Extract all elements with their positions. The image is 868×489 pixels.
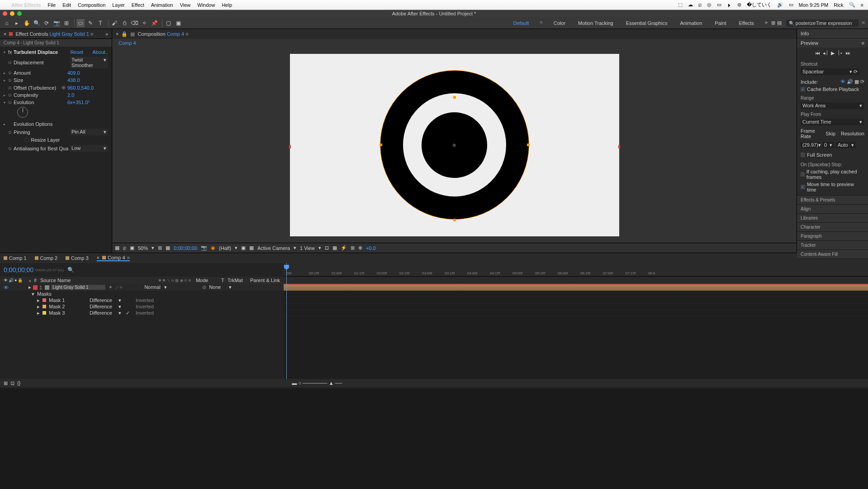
audio-include-icon[interactable]: 🔊: [847, 79, 853, 85]
timeline-tab-3[interactable]: Comp 3: [66, 255, 89, 261]
workspace-default[interactable]: Default: [511, 19, 531, 27]
workspace-paint[interactable]: Paint: [713, 19, 728, 27]
help-search[interactable]: 🔍 posterizeTime expression: [786, 19, 859, 27]
loop-icon[interactable]: ⟳: [860, 79, 864, 85]
minimize-icon[interactable]: [10, 11, 14, 16]
range-dropdown[interactable]: Work Area▾: [801, 102, 864, 109]
timeline-tab-1[interactable]: Comp 1: [4, 255, 27, 261]
time-display[interactable]: 0;00;00;00: [174, 245, 197, 251]
display-icon[interactable]: ▭: [717, 2, 721, 8]
comp-breadcrumb[interactable]: Comp 4: [119, 40, 136, 46]
brush-tool-icon[interactable]: 🖌: [110, 19, 119, 27]
alpha-icon[interactable]: ▦: [115, 245, 119, 251]
info-panel-header[interactable]: Info: [797, 29, 868, 38]
playfrom-dropdown[interactable]: Current Time▾: [801, 119, 864, 125]
tracker-header[interactable]: Tracker: [797, 241, 868, 249]
home-icon[interactable]: ⌂: [3, 19, 11, 27]
pan-behind-tool-icon[interactable]: ⊞: [62, 19, 71, 27]
3d-icon[interactable]: ⊡: [325, 245, 329, 251]
grid-icon[interactable]: ⊞: [771, 20, 775, 26]
playhead[interactable]: [286, 263, 287, 379]
eraser-tool-icon[interactable]: ⌫: [130, 19, 138, 27]
toggle-inout-icon[interactable]: {}: [17, 380, 20, 386]
resolution-dropdown[interactable]: (Half): [219, 245, 231, 251]
complexity-value[interactable]: 2.0: [67, 92, 108, 98]
pen-tool-icon[interactable]: ✎: [86, 19, 95, 27]
mask-inverted[interactable]: Inverted: [136, 310, 154, 316]
menu-help[interactable]: Help: [222, 2, 232, 8]
guide-icon[interactable]: ▦: [166, 245, 170, 251]
zoom-value[interactable]: 50%: [138, 245, 148, 251]
libraries-header[interactable]: Libraries: [797, 214, 868, 222]
workspace-animation[interactable]: Animation: [678, 19, 704, 27]
displacement-dropdown[interactable]: Twist Smoother▾: [70, 57, 108, 68]
composition-tab[interactable]: Composition Comp 4 ≡: [138, 31, 188, 37]
clock[interactable]: Mon 9:25 PM: [799, 2, 828, 8]
current-time[interactable]: 0;00;00;00: [4, 266, 33, 273]
layer-duration-bar[interactable]: [284, 284, 868, 291]
timeline-search-icon[interactable]: 🔍: [67, 267, 74, 273]
menu-layer[interactable]: Layer: [112, 2, 125, 8]
preview-panel-header[interactable]: Preview≡: [797, 38, 868, 48]
grid-toggle-icon[interactable]: ⊞: [158, 245, 162, 251]
exposure-value[interactable]: +0.0: [366, 245, 376, 251]
overlay-include-icon[interactable]: ▦: [854, 79, 859, 85]
timeline-tab-4[interactable]: ×Comp 4 ≡: [97, 255, 130, 261]
next-frame-icon[interactable]: ⏐▸: [837, 50, 843, 56]
roi-icon[interactable]: ▣: [241, 245, 246, 251]
overflow-icon[interactable]: »: [105, 31, 108, 37]
evolution-value[interactable]: 6x+351.0°: [67, 100, 108, 105]
layer-row[interactable]: 👁 ▸ 1 Light Gray Solid 1 ✱ ／ fx Normal▾ …: [0, 284, 284, 291]
mask-name[interactable]: Mask 1: [49, 297, 76, 303]
roto-tool-icon[interactable]: ✧: [140, 19, 148, 27]
mask-mode-dropdown[interactable]: Difference▾: [90, 297, 121, 303]
menu-file[interactable]: File: [47, 2, 56, 8]
prev-frame-icon[interactable]: ◂⏐: [823, 50, 828, 56]
cache-checkbox[interactable]: [801, 87, 805, 91]
selection-tool-icon[interactable]: ▸: [13, 19, 21, 27]
battery-icon[interactable]: ▭: [789, 2, 793, 8]
timeline-icon[interactable]: ⊞: [351, 245, 355, 251]
wifi2-icon[interactable]: �していく: [747, 1, 772, 8]
clone-tool-icon[interactable]: ⎙: [120, 19, 128, 27]
last-frame-icon[interactable]: ⏭: [845, 50, 850, 56]
tv-icon[interactable]: ⏵: [727, 2, 732, 8]
wifi-icon[interactable]: ⊜: [737, 2, 741, 8]
sync-icon[interactable]: ◎: [707, 2, 711, 8]
zoom-tool-icon[interactable]: 🔍: [33, 19, 41, 27]
menu-edit[interactable]: Edit: [62, 2, 71, 8]
workspace-effects[interactable]: Effects: [737, 19, 755, 27]
type-tool-icon[interactable]: T: [96, 19, 104, 27]
user[interactable]: Rick: [834, 2, 843, 8]
fullscreen-checkbox[interactable]: [801, 153, 805, 157]
mask-inverted[interactable]: Inverted: [136, 304, 154, 309]
content-aware-header[interactable]: Content-Aware Fill: [797, 250, 868, 259]
view-dropdown[interactable]: 1 View: [300, 245, 315, 251]
cloud-icon[interactable]: ☁: [688, 2, 693, 8]
traffic-lights[interactable]: [3, 11, 22, 16]
fast-preview-icon[interactable]: ⚡: [341, 245, 347, 251]
mask-name[interactable]: Mask 2: [49, 304, 76, 309]
menu-icon[interactable]: ≡: [861, 2, 863, 8]
align-header[interactable]: Align: [797, 205, 868, 213]
lock-icon[interactable]: [9, 32, 13, 36]
menu-animation[interactable]: Animation: [151, 2, 173, 8]
workspace-motion[interactable]: Motion Tracking: [576, 19, 615, 27]
status-icon[interactable]: ⬚: [678, 2, 683, 8]
camera-tool-icon[interactable]: 📷: [52, 19, 61, 27]
transparency-icon[interactable]: ▦: [249, 245, 254, 251]
character-header[interactable]: Character: [797, 223, 868, 231]
channel-icon[interactable]: ◉: [211, 245, 215, 251]
menu-view[interactable]: View: [180, 2, 191, 8]
mask-inverted[interactable]: Inverted: [136, 297, 154, 303]
composition-viewer[interactable]: ⊕: [112, 47, 797, 243]
workspace-essential[interactable]: Essential Graphics: [624, 19, 669, 27]
pinning-dropdown[interactable]: Pin All▾: [70, 129, 108, 135]
framerate-dropdown[interactable]: (29.97)▾: [801, 142, 821, 149]
screen-icon[interactable]: ⎚: [698, 2, 702, 8]
maximize-icon[interactable]: [17, 11, 22, 16]
reset-link[interactable]: Reset: [70, 49, 83, 55]
spotlight-icon[interactable]: 🔍: [849, 2, 855, 8]
render-icon[interactable]: ▦: [332, 245, 337, 251]
evolution-dial[interactable]: [17, 107, 28, 118]
